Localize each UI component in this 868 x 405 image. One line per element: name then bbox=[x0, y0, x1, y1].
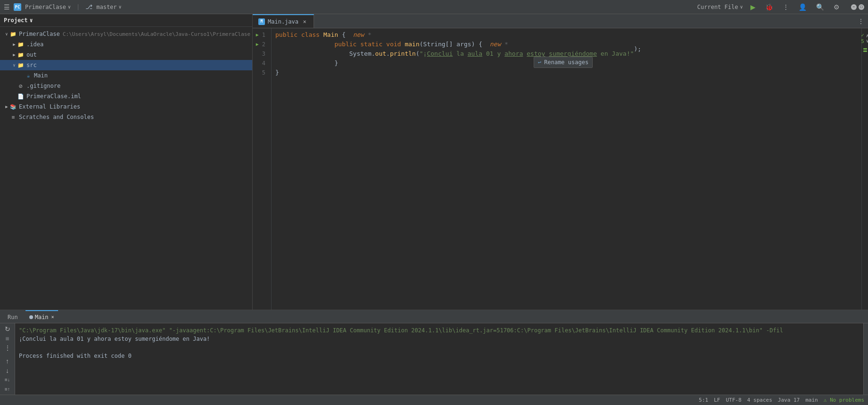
code-line-5: } bbox=[272, 68, 861, 77]
console-line-output: ¡Conclui la aula 01 y ahora estoy sumerg… bbox=[19, 335, 859, 343]
sidebar-item-primeraclase[interactable]: ∨ 📁 PrimeraClase C:\Users\Arsyl\Document… bbox=[0, 29, 252, 39]
console-line-success: Process finished with exit code 0 bbox=[19, 352, 859, 360]
run-gutter-1[interactable]: ▶ bbox=[253, 30, 262, 40]
soft-wrap-button[interactable]: ≡↓ bbox=[2, 376, 13, 384]
gitignore-label: .gitignore bbox=[26, 83, 60, 89]
status-right: 5:1 LF UTF-8 4 spaces Java 17 main ⚠ No … bbox=[699, 397, 864, 403]
tab-more-button[interactable]: ⋮ bbox=[858, 17, 864, 25]
sidebar-item-main[interactable]: ☕ Main bbox=[0, 70, 252, 81]
debug-button[interactable]: 🐞 bbox=[763, 2, 775, 12]
tab-main-java[interactable]: M Main.java × bbox=[253, 14, 314, 28]
status-line-ending[interactable]: LF bbox=[714, 397, 720, 403]
code-content[interactable]: public class Main { new * public static … bbox=[272, 28, 861, 310]
gutter-arrows: ∧ ∨ bbox=[866, 33, 868, 43]
run-tab-text: Run bbox=[8, 314, 18, 321]
editor-tabs: M Main.java × ⋮ bbox=[253, 14, 868, 28]
run-line-1-icon[interactable]: ▶ bbox=[256, 30, 259, 40]
bottom-tab-main[interactable]: Main × bbox=[26, 310, 58, 323]
more-options-button[interactable]: ⋮ bbox=[2, 344, 13, 352]
sidebar-item-src[interactable]: ∨ 📁 src bbox=[0, 60, 252, 70]
project-selector[interactable]: PrimeraClase ∨ bbox=[25, 4, 71, 10]
status-problems[interactable]: ⚠ No problems bbox=[824, 397, 864, 403]
tree-arrow-icon: ∨ bbox=[4, 32, 9, 36]
rename-icon: ↩ bbox=[538, 59, 541, 66]
code-line-1: public class Main { new * bbox=[272, 30, 861, 40]
code-editor: ▶ 1 ▶ 2 3 bbox=[253, 28, 868, 310]
primeraclase-label: PrimeraClase bbox=[19, 31, 60, 37]
sidebar-item-iml[interactable]: 📄 PrimeraClase.iml bbox=[0, 91, 252, 101]
clear-output-button[interactable]: ≡↑ bbox=[2, 386, 13, 393]
iml-label: PrimeraClase.iml bbox=[26, 93, 81, 100]
status-line-col[interactable]: 5:1 bbox=[699, 397, 708, 403]
bottom-toolbar: ↻ ■ ⋮ ↑ ↓ ≡↓ ≡↑ bbox=[0, 323, 15, 395]
tab-main-java-label: Main.java bbox=[268, 18, 298, 25]
rename-popup-label: Rename usages bbox=[544, 59, 588, 66]
src-label: src bbox=[26, 62, 37, 68]
src-folder-icon: 📁 bbox=[17, 61, 25, 69]
sidebar-item-gitignore[interactable]: ⊘ .gitignore bbox=[0, 81, 252, 91]
title-bar-right: Current File ∨ ▶ 🐞 ⋮ 👤 🔍 ⚙ − □ bbox=[697, 2, 864, 12]
run-button[interactable]: ▶ bbox=[749, 2, 757, 12]
sidebar-header: Project ∨ bbox=[0, 14, 252, 27]
tree-arrow-icon: ▶ bbox=[11, 42, 17, 47]
branch-selector[interactable]: master ∨ bbox=[96, 4, 121, 10]
editor-tab-right: ⋮ bbox=[858, 17, 868, 25]
folder-icon: 📁 bbox=[9, 30, 17, 38]
bottom-panel: Run Main × ↻ ■ ⋮ ↑ ↓ ≡↓ ≡↑ "C:\Program F… bbox=[0, 310, 868, 395]
console-line-blank bbox=[19, 343, 859, 352]
maximize-button[interactable]: □ bbox=[859, 4, 864, 10]
profile-button[interactable]: 👤 bbox=[797, 2, 808, 12]
project-header-chevron[interactable]: ∨ bbox=[30, 17, 33, 24]
more-actions-button[interactable]: ⋮ bbox=[781, 2, 791, 12]
tree-arrow-icon: ▶ bbox=[4, 104, 9, 109]
status-encoding[interactable]: UTF-8 bbox=[726, 397, 741, 403]
console-scrollbar[interactable] bbox=[863, 323, 868, 395]
code-line-2: public static void main(String[] args) {… bbox=[272, 40, 861, 49]
sidebar-item-idea[interactable]: ▶ 📁 .idea bbox=[0, 39, 252, 50]
minimize-button[interactable]: − bbox=[851, 4, 857, 10]
gutter-marker-2 bbox=[863, 51, 867, 52]
gutter-top: ✓ 5 ∧ ∨ bbox=[859, 30, 868, 46]
branch-name: master bbox=[96, 4, 117, 10]
stop-button[interactable]: ■ bbox=[2, 335, 13, 342]
line-numbers: ▶ 1 ▶ 2 3 bbox=[253, 28, 272, 310]
hamburger-menu-icon[interactable]: ☰ bbox=[4, 3, 10, 11]
search-everywhere-button[interactable]: 🔍 bbox=[814, 2, 826, 12]
sidebar-item-out[interactable]: ▶ 📁 out bbox=[0, 50, 252, 60]
scratches-icon: ≡ bbox=[9, 113, 17, 121]
sidebar-tree: ∨ 📁 PrimeraClase C:\Users\Arsyl\Document… bbox=[0, 27, 252, 310]
editor-area: M Main.java × ⋮ ↩ Rename usages ▶ bbox=[253, 14, 868, 310]
status-java-version[interactable]: Java 17 bbox=[778, 397, 800, 403]
bottom-tab-run-label[interactable]: Run bbox=[4, 310, 22, 323]
status-branch[interactable]: main bbox=[805, 397, 818, 403]
current-file-selector[interactable]: Current File ∨ bbox=[697, 4, 743, 10]
run-line-2-icon[interactable]: ▶ bbox=[256, 40, 259, 49]
bottom-tabs: Run Main × bbox=[0, 310, 868, 323]
idea-label: .idea bbox=[26, 41, 43, 48]
rename-popup[interactable]: ↩ Rename usages bbox=[534, 57, 593, 68]
check-count: ✓ 5 bbox=[861, 32, 864, 44]
current-file-chevron-icon: ∨ bbox=[740, 4, 743, 9]
scroll-up-button[interactable]: ↑ bbox=[2, 357, 13, 365]
scroll-down-button[interactable]: ↓ bbox=[2, 367, 13, 374]
bottom-tab-close-button[interactable]: × bbox=[51, 314, 54, 320]
rerun-button[interactable]: ↻ bbox=[2, 325, 13, 333]
project-logo: PC bbox=[14, 3, 21, 11]
run-gutter-2[interactable]: ▶ bbox=[253, 40, 262, 49]
gutter-marker-1 bbox=[863, 48, 867, 50]
external-libs-label: External Libraries bbox=[19, 103, 80, 110]
project-name: PrimeraClase bbox=[25, 4, 66, 10]
scratches-label: Scratches and Consoles bbox=[19, 114, 94, 120]
sidebar-item-external-libraries[interactable]: ▶ 📚 External Libraries bbox=[0, 101, 252, 112]
status-indent[interactable]: 4 spaces bbox=[747, 397, 772, 403]
bottom-content: ↻ ■ ⋮ ↑ ↓ ≡↓ ≡↑ "C:\Program Files\Java\j… bbox=[0, 323, 868, 395]
main-tab-text: Main bbox=[35, 314, 49, 321]
status-bar: 5:1 LF UTF-8 4 spaces Java 17 main ⚠ No … bbox=[0, 395, 868, 405]
tab-close-button[interactable]: × bbox=[301, 18, 308, 25]
console-line-cmd: "C:\Program Files\Java\jdk-17\bin\java.e… bbox=[19, 326, 859, 335]
iml-file-icon: 📄 bbox=[17, 93, 25, 100]
main-label: Main bbox=[34, 72, 48, 79]
tree-arrow-icon: ▶ bbox=[11, 52, 17, 57]
sidebar-item-scratches[interactable]: ≡ Scratches and Consoles bbox=[0, 112, 252, 122]
settings-button[interactable]: ⚙ bbox=[832, 2, 842, 12]
